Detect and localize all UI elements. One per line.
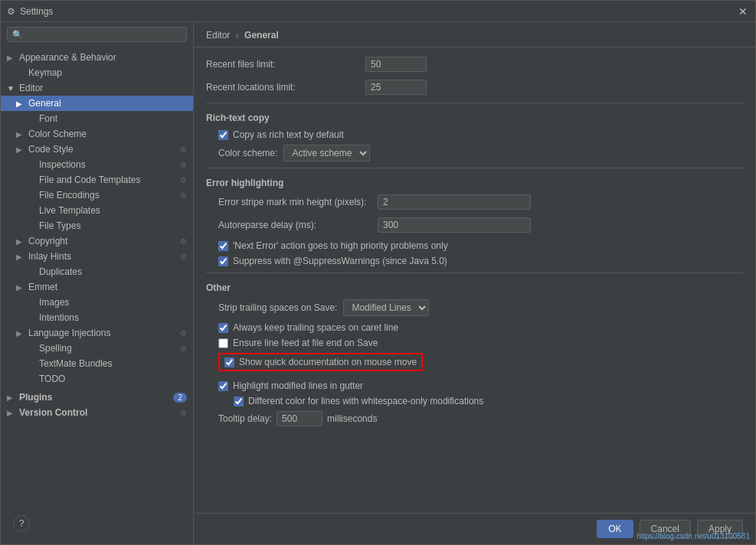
sidebar-item-spelling[interactable]: ▶ Spelling ⚙ [1, 341, 193, 356]
sidebar-item-version-control[interactable]: ▶ Version Control ⚙ [1, 405, 193, 420]
sidebar-item-images[interactable]: ▶ Images [1, 295, 193, 310]
sidebar-tree: ▶ Appearance & Behavior ▶ Keymap ▼ Edito… [1, 47, 193, 509]
collapse-arrow-icon: ▶ [16, 329, 27, 338]
collapse-arrow-icon: ▶ [16, 283, 27, 292]
tooltip-delay-label: Tooltip delay: [218, 413, 272, 424]
sidebar-item-keymap[interactable]: ▶ Keymap [1, 65, 193, 80]
other-section: Strip trailing spaces on Save: Modified … [206, 299, 743, 426]
collapse-arrow-icon: ▶ [16, 237, 27, 246]
settings-content: Recent files limit: Recent locations lim… [194, 47, 755, 513]
show-quick-doc-checkbox[interactable] [224, 357, 234, 367]
next-error-checkbox[interactable] [218, 241, 228, 251]
settings-window: ⚙ Settings ✕ 🔍 ▶ Appearance & Behavior ▶ [0, 0, 756, 545]
stripe-mark-label: Error stripe mark min height (pixels): [218, 197, 371, 207]
autoreparse-input[interactable] [378, 217, 531, 233]
suppress-warnings-label: Suppress with @SuppressWarnings (since J… [233, 256, 447, 266]
copy-rich-text-row: Copy as rich text by default [218, 129, 743, 140]
sidebar-item-file-types[interactable]: ▶ File Types [1, 218, 193, 233]
collapse-arrow-icon: ▶ [16, 145, 27, 154]
collapse-arrow-icon: ▶ [7, 409, 18, 417]
sidebar-item-emmet[interactable]: ▶ Emmet [1, 279, 193, 295]
plugins-badge: 2 [173, 393, 187, 403]
stripe-mark-row: Error stripe mark min height (pixels): [218, 194, 743, 210]
sidebar-item-todo[interactable]: ▶ TODO [1, 371, 193, 387]
sidebar-item-editor[interactable]: ▼ Editor [1, 80, 193, 96]
collapse-arrow-icon: ▼ [7, 84, 18, 93]
divider-2 [206, 168, 743, 168]
settings-icon: ⚙ [180, 409, 187, 417]
sidebar-item-file-encodings[interactable]: ▶ File Encodings ⚙ [1, 188, 193, 203]
sidebar-item-live-templates[interactable]: ▶ Live Templates [1, 203, 193, 218]
copy-rich-text-checkbox[interactable] [218, 130, 228, 140]
autoreparse-row: Autoreparse delay (ms): [218, 217, 743, 233]
sidebar-item-plugins[interactable]: ▶ Plugins 2 [1, 390, 193, 405]
error-highlight-section: Error stripe mark min height (pixels): A… [206, 194, 743, 266]
window-title: Settings [20, 6, 737, 17]
titlebar-controls: ✕ [737, 5, 749, 18]
settings-icon: ⚙ [180, 191, 187, 200]
always-keep-trailing-row: Always keep trailing spaces on caret lin… [218, 322, 743, 333]
breadcrumb-separator: › [236, 30, 239, 41]
close-button[interactable]: ✕ [737, 5, 749, 18]
always-keep-trailing-label: Always keep trailing spaces on caret lin… [233, 322, 398, 333]
strip-trailing-select[interactable]: Modified Lines [343, 299, 429, 316]
sidebar-item-font[interactable]: ▶ Font [1, 111, 193, 126]
collapse-arrow-icon: ▶ [16, 130, 27, 139]
sidebar-item-inlay-hints[interactable]: ▶ Inlay Hints ⚙ [1, 249, 193, 264]
sidebar-item-language-injections[interactable]: ▶ Language Injections ⚙ [1, 325, 193, 341]
ok-button[interactable]: OK [597, 520, 633, 538]
sidebar-item-file-code-templates[interactable]: ▶ File and Code Templates ⚙ [1, 172, 193, 188]
highlight-modified-checkbox[interactable] [218, 381, 228, 391]
sidebar-item-inspections[interactable]: ▶ Inspections ⚙ [1, 157, 193, 172]
always-keep-trailing-checkbox[interactable] [218, 323, 228, 333]
collapse-arrow-icon: ▶ [7, 54, 18, 62]
settings-icon: ⚙ [180, 329, 187, 338]
search-input[interactable] [26, 29, 182, 40]
suppress-warnings-checkbox[interactable] [218, 256, 228, 266]
recent-files-input[interactable] [365, 57, 427, 72]
divider-3 [206, 272, 743, 273]
sidebar-item-copyright[interactable]: ▶ Copyright ⚙ [1, 233, 193, 249]
different-color-checkbox[interactable] [234, 397, 244, 406]
breadcrumb: Editor › General [194, 22, 755, 47]
ensure-line-feed-checkbox[interactable] [218, 338, 228, 348]
settings-icon: ⚙ [180, 161, 187, 169]
collapse-arrow-icon: ▶ [16, 100, 27, 108]
sidebar-item-appearance[interactable]: ▶ Appearance & Behavior [1, 50, 193, 65]
sidebar-item-intentions[interactable]: ▶ Intentions [1, 310, 193, 325]
autoreparse-label: Autoreparse delay (ms): [218, 220, 371, 230]
recent-files-row: Recent files limit: [206, 57, 743, 72]
recent-files-label: Recent files limit: [206, 59, 359, 70]
tooltip-delay-row: Tooltip delay: milliseconds [218, 411, 743, 426]
help-area: ? [1, 509, 193, 544]
main-panel: Editor › General Recent files limit: Rec… [194, 22, 755, 544]
sidebar-item-general[interactable]: ▶ General [1, 96, 193, 111]
color-scheme-label: Color scheme: [218, 148, 277, 158]
help-button[interactable]: ? [13, 515, 30, 532]
titlebar: ⚙ Settings ✕ [1, 1, 755, 22]
sidebar: 🔍 ▶ Appearance & Behavior ▶ Keymap ▼ Edi… [1, 22, 194, 544]
color-scheme-select[interactable]: Active scheme [283, 145, 370, 162]
different-color-row: Different color for lines with whitespac… [218, 396, 743, 406]
recent-locations-input[interactable] [365, 80, 427, 95]
tooltip-delay-unit: milliseconds [327, 413, 377, 424]
stripe-mark-input[interactable] [378, 194, 531, 210]
search-box[interactable]: 🔍 [7, 27, 187, 42]
breadcrumb-parent: Editor [206, 30, 230, 41]
collapse-arrow-icon: ▶ [7, 393, 18, 402]
settings-icon: ⚙ [180, 253, 187, 261]
sidebar-item-textmate-bundles[interactable]: ▶ TextMate Bundles [1, 356, 193, 371]
next-error-row: 'Next Error' action goes to high priorit… [218, 240, 743, 251]
strip-trailing-row: Strip trailing spaces on Save: Modified … [218, 299, 743, 316]
recent-locations-row: Recent locations limit: [206, 80, 743, 95]
sidebar-item-duplicates[interactable]: ▶ Duplicates [1, 264, 193, 279]
collapse-arrow-icon: ▶ [16, 253, 27, 261]
error-highlight-section-title: Error highlighting [206, 178, 743, 188]
copy-rich-text-label: Copy as rich text by default [233, 129, 344, 140]
sidebar-item-color-scheme[interactable]: ▶ Color Scheme [1, 126, 193, 142]
sidebar-item-code-style[interactable]: ▶ Code Style ⚙ [1, 142, 193, 157]
tooltip-delay-input[interactable] [277, 411, 322, 426]
settings-icon: ⚙ [180, 344, 187, 353]
search-icon: 🔍 [12, 30, 23, 40]
ensure-line-feed-row: Ensure line feed at file end on Save [218, 338, 743, 348]
